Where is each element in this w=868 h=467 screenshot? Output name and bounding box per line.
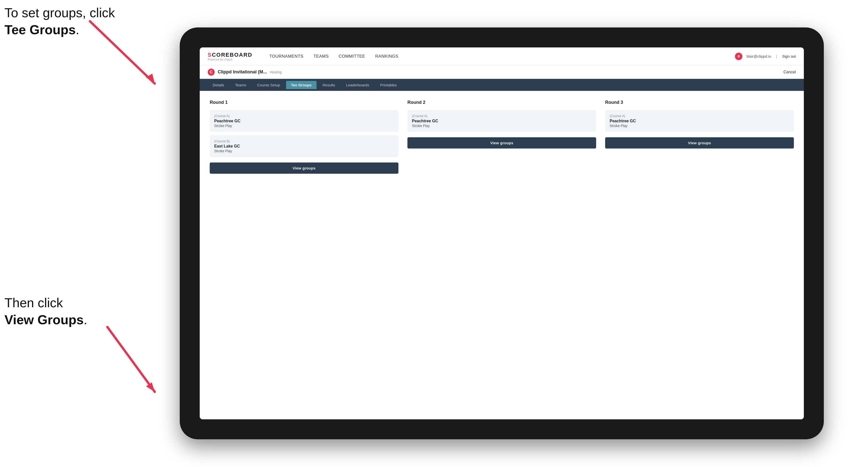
tournament-title-area: C Clippd Invitational (M... Hosting xyxy=(208,69,282,75)
tab-bar: Details Teams Course Setup Tee Groups Re… xyxy=(200,79,804,91)
round-2-course-a-play-type: Stroke Play xyxy=(412,124,592,128)
logo-area: SCOREBOARD Powered by clippit xyxy=(208,52,252,61)
tab-leaderboards[interactable]: Leaderboards xyxy=(341,81,374,89)
hosting-badge: Hosting xyxy=(270,70,282,74)
tab-printables[interactable]: Printables xyxy=(375,81,402,89)
round-2-course-a-label: (Course A) xyxy=(412,114,592,118)
tab-details[interactable]: Details xyxy=(208,81,229,89)
instruction-bottom-line1: Then click xyxy=(4,295,63,310)
logo-text: SCOREBOARD xyxy=(208,52,252,58)
round-1-column: Round 1 (Course A) Peachtree GC Stroke P… xyxy=(210,100,398,174)
arrow-to-view-groups xyxy=(60,322,175,402)
round-3-course-a-card: (Course A) Peachtree GC Stroke Play xyxy=(605,110,794,132)
sub-header: C Clippd Invitational (M... Hosting Canc… xyxy=(200,65,804,79)
nav-teams[interactable]: TEAMS xyxy=(313,54,329,59)
tab-tee-groups[interactable]: Tee Groups xyxy=(286,81,316,89)
round-2-title: Round 2 xyxy=(407,100,596,105)
tablet-device: SCOREBOARD Powered by clippit TOURNAMENT… xyxy=(180,27,824,439)
svg-marker-3 xyxy=(146,382,155,392)
user-avatar: B xyxy=(735,53,742,60)
round-1-course-b-name: East Lake GC xyxy=(214,144,394,149)
round-1-course-a-card: (Course A) Peachtree GC Stroke Play xyxy=(210,110,398,132)
tab-course-setup[interactable]: Course Setup xyxy=(252,81,285,89)
round-1-course-b-play-type: Stroke Play xyxy=(214,149,394,153)
tab-results[interactable]: Results xyxy=(317,81,340,89)
round-1-course-b-card: (Course B) East Lake GC Stroke Play xyxy=(210,135,398,157)
sign-out-link[interactable]: Sign out xyxy=(782,54,796,58)
svg-line-0 xyxy=(90,21,155,84)
round-1-course-a-label: (Course A) xyxy=(214,114,394,118)
round-1-course-b-label: (Course B) xyxy=(214,139,394,143)
cancel-button[interactable]: Cancel xyxy=(783,70,796,74)
nav-right: B blair@clippd.io | Sign out xyxy=(735,53,796,60)
round-2-course-a-card: (Course A) Peachtree GC Stroke Play xyxy=(407,110,596,132)
nav-tournaments[interactable]: TOURNAMENTS xyxy=(269,54,303,59)
round-1-title: Round 1 xyxy=(210,100,398,105)
round-3-title: Round 3 xyxy=(605,100,794,105)
logo-c: S xyxy=(208,52,212,58)
round-1-view-groups-button[interactable]: View groups xyxy=(210,162,398,174)
round-2-view-groups-button[interactable]: View groups xyxy=(407,137,596,149)
main-content: Round 1 (Course A) Peachtree GC Stroke P… xyxy=(200,91,804,419)
tablet-screen: SCOREBOARD Powered by clippit TOURNAMENT… xyxy=(200,48,804,419)
round-3-column: Round 3 (Course A) Peachtree GC Stroke P… xyxy=(605,100,794,174)
tournament-name: Clippd Invitational (M... xyxy=(218,69,267,74)
nav-committee[interactable]: COMMITTEE xyxy=(339,54,365,59)
logo-sub: Powered by clippit xyxy=(208,58,252,61)
arrow-to-tee-groups xyxy=(50,14,175,103)
round-2-column: Round 2 (Course A) Peachtree GC Stroke P… xyxy=(407,100,596,174)
round-3-course-a-name: Peachtree GC xyxy=(610,119,789,123)
nav-links: TOURNAMENTS TEAMS COMMITTEE RANKINGS xyxy=(269,54,723,59)
round-1-course-a-play-type: Stroke Play xyxy=(214,124,394,128)
tournament-logo: C xyxy=(208,69,215,75)
nav-bar: SCOREBOARD Powered by clippit TOURNAMENT… xyxy=(200,48,804,65)
round-3-course-a-label: (Course A) xyxy=(610,114,789,118)
round-3-view-groups-button[interactable]: View groups xyxy=(605,137,794,149)
user-email: blair@clippd.io xyxy=(746,54,771,58)
round-2-course-a-name: Peachtree GC xyxy=(412,119,592,123)
tab-teams[interactable]: Teams xyxy=(230,81,251,89)
nav-rankings[interactable]: RANKINGS xyxy=(375,54,398,59)
round-3-course-a-play-type: Stroke Play xyxy=(610,124,789,128)
round-1-course-a-name: Peachtree GC xyxy=(214,119,394,123)
rounds-container: Round 1 (Course A) Peachtree GC Stroke P… xyxy=(210,100,794,174)
svg-line-2 xyxy=(107,327,155,392)
